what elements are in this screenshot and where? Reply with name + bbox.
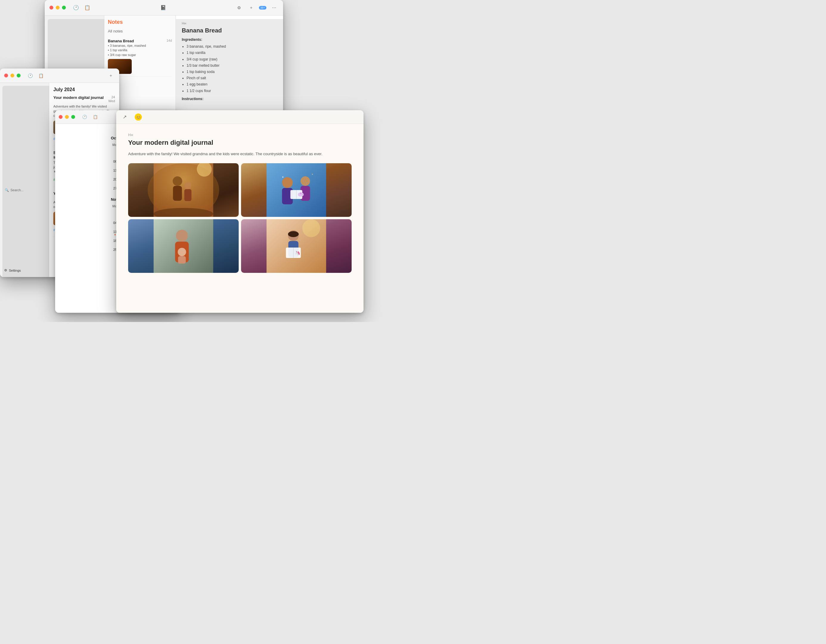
note-detail-body: Ingredients: 3 bananas, ripe, mashed 1 t…	[182, 37, 277, 102]
notebook-icon[interactable]: 📓	[159, 3, 168, 12]
entry-1-title: Your modern digital journal	[53, 95, 109, 100]
clock-icon-journal[interactable]: 🕐	[26, 71, 34, 80]
ingredient-3: 3/4 cup sugar (raw)	[186, 57, 277, 62]
ingredient-1: 3 bananas, ripe, mashed	[186, 44, 277, 50]
clock-icon[interactable]: 🕐	[72, 3, 80, 12]
note-preview: • 3 bananas, ripe, mashed• 1 tsp vanilla…	[108, 43, 172, 57]
traffic-lights-journal	[4, 74, 20, 78]
notes-titlebar: 🕐 📋 📓 ⚙ ＋ 36+ ⋯	[45, 0, 283, 16]
detail-prefix: Hʜ	[182, 22, 277, 25]
close-button-cal[interactable]	[59, 115, 62, 119]
ingredient-2: 1 tsp vanilla	[186, 50, 277, 56]
ingredient-5: 1 tsp baking soda	[186, 69, 277, 75]
maximize-button-journal[interactable]	[17, 74, 20, 78]
add-icon-journal[interactable]: ＋	[107, 71, 115, 80]
svg-point-22	[178, 248, 186, 256]
journal-sidebar: 🔍 Search... Journals ∨ ≡ All Journals 😊 …	[0, 83, 49, 277]
maximize-button-cal[interactable]	[71, 115, 75, 119]
svg-point-31	[303, 219, 320, 237]
detail-date: Saturday, September 2	[144, 110, 363, 218]
close-button-journal[interactable]	[4, 74, 8, 78]
svg-point-20	[176, 230, 188, 242]
search-icon-journal: 🔍	[5, 188, 9, 192]
detail-window[interactable]: ↗ 😊 Saturday, September 2 ＋ 36+ ⋯ Hʜ You…	[116, 110, 363, 313]
svg-rect-23	[178, 256, 186, 264]
count-badge: 36+	[259, 6, 266, 9]
svg-text:🦄: 🦄	[295, 250, 300, 256]
compose-icon-cal[interactable]: 📋	[91, 113, 99, 121]
search-placeholder-journal: Search...	[11, 188, 23, 192]
ingredient-7: 1 egg beaten	[186, 82, 277, 87]
maximize-button[interactable]	[62, 6, 66, 9]
notes-header: Notes	[108, 19, 172, 25]
traffic-lights-notes	[50, 6, 66, 9]
note-detail-title: Banana Bread	[182, 27, 277, 34]
close-button[interactable]	[50, 6, 53, 9]
minimize-button[interactable]	[56, 6, 60, 9]
svg-point-26	[288, 231, 299, 237]
minimize-button-cal[interactable]	[65, 115, 69, 119]
instructions-header: Instructions:	[182, 96, 277, 102]
ingredient-6: Pinch of salt	[186, 75, 277, 81]
detail-photo-3	[128, 219, 239, 273]
compose-icon-journal[interactable]: 📋	[37, 71, 45, 80]
ingredient-8: 1 1/2 cups flour	[186, 88, 277, 94]
note-title: Banana Bread	[108, 39, 134, 43]
entry-1-header: Your modern digital journal 24Wed	[53, 95, 115, 103]
journal-titlebar: 🕐 📋 ＋	[0, 68, 119, 83]
ingredient-4: 1/3 bar melted butter	[186, 63, 277, 68]
traffic-lights-cal	[59, 115, 75, 119]
more-icon[interactable]: ⋯	[270, 3, 278, 12]
gear-icon: ⚙	[4, 268, 7, 272]
notes-subheader: All notes	[108, 29, 172, 33]
journal-emoji: 😊	[135, 113, 142, 121]
compose-icon[interactable]: 📋	[83, 3, 92, 12]
month-header: July 2024	[53, 87, 115, 92]
back-icon[interactable]: ↗	[120, 113, 129, 121]
minimize-button-journal[interactable]	[11, 74, 14, 78]
ingredients-header: Ingredients:	[182, 37, 277, 43]
settings-icon[interactable]: ⚙	[235, 3, 244, 12]
detail-photo-4: 🦄	[241, 219, 352, 273]
note-date: 14d	[166, 39, 172, 42]
detail-titlebar: ↗ 😊 Saturday, September 2 ＋ 36+ ⋯	[116, 110, 363, 124]
clock-icon-cal[interactable]: 🕐	[81, 113, 89, 121]
add-icon[interactable]: ＋	[247, 3, 255, 12]
settings-link[interactable]: ⚙ Settings	[1, 267, 48, 274]
entry-1-date: 24Wed	[109, 95, 115, 103]
